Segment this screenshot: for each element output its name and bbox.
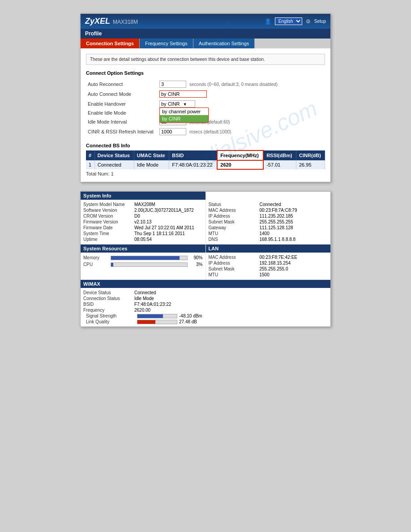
col-bsid: BSID <box>169 150 218 160</box>
tab-connection-settings[interactable]: Connection Settings <box>81 39 140 48</box>
row-lan-mtu: MTU 1500 <box>209 272 328 278</box>
row-status: Status Connected <box>209 202 328 207</box>
label-dns: DNS <box>209 237 258 242</box>
label-lan-mtu: MTU <box>209 272 258 277</box>
label-lan-subnet: Subnet Mask <box>209 266 258 271</box>
panel-content: These are the detail settings about the … <box>81 48 330 182</box>
col-rssi: RSSI(dBm) <box>263 150 296 160</box>
cell-num: 1 <box>86 160 94 169</box>
value-lan-ip: 192.168.15.254 <box>260 261 291 266</box>
row-mac-address-sys: MAC Address 00:23:F8:7A:C8:79 <box>209 207 328 213</box>
value-ip-address-sys: 111.235.202.185 <box>260 214 293 219</box>
auto-connect-mode-label: Auto Connect Mode <box>86 89 158 99</box>
option-by-cinr[interactable]: by CINR <box>160 115 208 122</box>
auto-reconnect-input[interactable] <box>159 81 186 88</box>
info-text: These are the detail settings about the … <box>86 54 325 65</box>
zyxel-logo: ZyXEL MAX318M <box>85 17 138 26</box>
label-mac-address-sys: MAC Address <box>209 208 258 213</box>
signal-strength-bar-wrap <box>137 314 177 318</box>
bs-section: Connected BS Info # Device Status UMAC S… <box>86 143 325 176</box>
resources-header: System Resources <box>81 245 206 253</box>
row-firmware-version: Firmware Version v2.10.13 <box>83 219 203 225</box>
language-select[interactable]: English <box>275 17 302 25</box>
value-wimax-device-status: Connected <box>134 290 156 295</box>
value-lan-subnet: 255.255.255.0 <box>260 266 288 271</box>
wimax-section: WiMAX Device Status Connected Connection… <box>81 280 330 326</box>
gear-icon: ⚙ <box>306 18 311 25</box>
profile-bar: Profile <box>81 29 330 39</box>
label-wimax-device-status: Device Status <box>83 290 133 295</box>
value-software-version: 2.00(JUC.3)07272011A_1872 <box>134 208 194 213</box>
row-wimax-frequency: Frequency 2620.00 <box>83 307 209 313</box>
enable-handover-dropdown[interactable]: by CINR ▼ by channel power by CINR <box>159 100 195 107</box>
auto-reconnect-label: Auto Reconnect <box>86 79 158 89</box>
setup-button[interactable]: Setup <box>314 19 326 24</box>
system-info-body-right: Status Connected MAC Address 00:23:F8:7A… <box>206 200 331 244</box>
label-signal-strength: Signal Strength <box>86 313 135 318</box>
row-wimax-device-status: Device Status Connected <box>83 290 209 296</box>
cinr-rssi-hint: msecs (default:1000) <box>189 129 231 134</box>
row-enable-handover: Enable Handover by CINR ▼ by channel pow… <box>86 99 325 109</box>
label-mtu-sys: MTU <box>209 231 258 236</box>
row-gateway: Gateway 111.125.128.128 <box>209 225 328 231</box>
label-status: Status <box>209 202 258 207</box>
model-name: MAX318M <box>113 19 138 25</box>
row-link-quality: Link Quality 27.48 dB <box>83 319 209 325</box>
row-lan-mac: MAC Address 00:23:F8:7E:42:EE <box>209 254 328 260</box>
system-info-header: System Info <box>81 192 206 200</box>
value-mtu-sys: 1400 <box>260 231 270 236</box>
label-system-time: System Time <box>83 231 133 236</box>
value-wimax-connection-status: Idle Mode <box>134 296 154 301</box>
tab-authentication-settings[interactable]: Authentication Settings <box>193 39 255 48</box>
value-link-quality: 27.48 dB <box>179 319 206 324</box>
system-resources-section: System Resources Memory 90% CPU 3% <box>81 245 206 279</box>
cell-umac-state: Idle Mode <box>134 160 169 169</box>
brand-name: ZyXEL <box>85 17 110 26</box>
label-uptime: Uptime <box>83 237 133 242</box>
dropdown-arrow-icon: ▼ <box>183 102 187 107</box>
value-dns: 168.95.1.1 8.8.8.8 <box>260 237 296 242</box>
memory-pct: 90% <box>190 255 203 260</box>
row-uptime: Uptime 08:05:54 <box>83 236 203 242</box>
label-firmware-date: Firmware Date <box>83 225 133 230</box>
label-lan-ip: IP Address <box>209 261 258 266</box>
row-model-name: System Model Name MAX208M <box>83 202 203 207</box>
label-link-quality: Link Quality <box>86 319 135 324</box>
total-row: Total Num: 1 <box>86 171 325 176</box>
auto-connect-mode-dropdown[interactable]: by CINR by channel power <box>159 90 207 98</box>
idle-mode-interval-label: Idle Mode Interval <box>86 117 158 127</box>
lan-header: LAN <box>206 245 331 253</box>
option-by-channel-power[interactable]: by channel power <box>160 108 208 115</box>
row-wimax-bsid: BSID F7:48:0A:01:23:22 <box>83 301 209 307</box>
cpu-bar <box>111 263 113 266</box>
system-info-body-left: System Model Name MAX208M Software Versi… <box>81 200 206 244</box>
label-crom-version: CROM Version <box>83 214 133 219</box>
profile-label: Profile <box>85 30 102 37</box>
tab-frequency-settings[interactable]: Frequency Settings <box>140 39 193 48</box>
auto-connect-mode-select[interactable]: by CINR by channel power <box>159 90 207 98</box>
memory-bar <box>111 256 180 260</box>
connect-options-title: Connect Option Settings <box>86 70 325 76</box>
row-lan-subnet: Subnet Mask 255.255.255.0 <box>209 266 328 272</box>
row-crom-version: CROM Version D0 <box>83 213 203 219</box>
panel-header: ZyXEL MAX318M 👤 English ⚙ Setup <box>81 14 330 29</box>
bs-table: # Device Status UMAC State BSID Frequenc… <box>86 150 325 170</box>
value-status: Connected <box>260 202 281 207</box>
row-lan-ip: IP Address 192.168.15.254 <box>209 260 328 266</box>
cpu-bar-wrap <box>111 262 188 267</box>
value-uptime: 08:05:54 <box>134 237 152 242</box>
row-mtu-sys: MTU 1400 <box>209 231 328 236</box>
wimax-body: Device Status Connected Connection Statu… <box>81 288 330 326</box>
label-gateway: Gateway <box>209 225 258 230</box>
label-wimax-connection-status: Connection Status <box>83 296 133 301</box>
row-ip-address-sys: IP Address 111.235.202.185 <box>209 213 328 219</box>
enable-handover-value: by CINR <box>161 101 180 107</box>
row-firmware-date: Firmware Date Wed Jul 27 10:22:01 AM 201… <box>83 225 203 231</box>
enable-handover-label: Enable Handover <box>86 99 158 109</box>
value-wimax-frequency: 2620.00 <box>134 308 150 313</box>
cell-device-status: Connected <box>94 160 134 169</box>
cinr-rssi-input[interactable] <box>159 128 186 135</box>
enable-idle-mode-label: Enable Idle Mode <box>86 109 158 117</box>
cinr-rssi-label: CINR & RSSI Refresh Interval <box>86 127 158 137</box>
system-info-right: . Status Connected MAC Address 00:23:F8:… <box>206 192 331 244</box>
